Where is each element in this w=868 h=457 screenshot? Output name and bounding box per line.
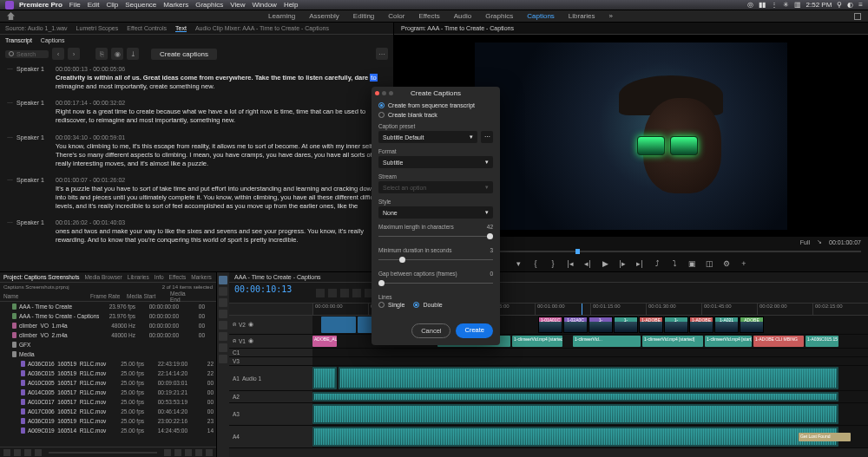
auto-seq-icon[interactable]	[164, 449, 171, 456]
pj-tab-markers[interactable]: Markers	[191, 274, 211, 280]
project-row[interactable]: GFX	[0, 340, 216, 349]
marker-icon[interactable]	[340, 289, 349, 297]
timeline-timecode[interactable]: 00:00:10:13	[234, 284, 307, 294]
project-row[interactable]: A009C019_160514_R1LC.mov25.00 fps14:24:4…	[0, 426, 216, 435]
slip-tool-icon[interactable]	[219, 321, 227, 330]
next-result-icon[interactable]: ›	[68, 48, 80, 60]
razor-tool-icon[interactable]	[219, 310, 227, 318]
project-row[interactable]: A010C017_160517_R1LC.mov25.00 fps00:53:5…	[0, 397, 216, 407]
selection-tool-icon[interactable]	[219, 276, 227, 284]
playhead[interactable]	[582, 304, 582, 315]
timeline-clip[interactable]: ADOBE_AUS	[312, 336, 337, 347]
track-header-a1[interactable]: A1Audio 1	[229, 366, 312, 391]
ws-color[interactable]: Color	[388, 12, 404, 20]
menu-window[interactable]: Window	[252, 1, 276, 9]
maxlen-slider[interactable]	[378, 232, 493, 242]
pj-tab-info[interactable]: Info	[155, 274, 164, 280]
speaker-label[interactable]: Speaker 1	[7, 177, 56, 211]
gap-slider[interactable]	[378, 278, 493, 289]
snap-icon[interactable]	[316, 289, 325, 297]
pen-tool-icon[interactable]	[219, 332, 227, 341]
track-header-v2[interactable]: คV2◉	[229, 316, 312, 334]
share-icon[interactable]	[854, 13, 861, 20]
transcript-row[interactable]: Speaker 1 00:01:26:02 - 00:01:40:03ones …	[7, 219, 386, 245]
menu-view[interactable]: View	[230, 1, 245, 9]
col-end[interactable]: Media End	[170, 291, 196, 303]
freeform-icon[interactable]	[35, 449, 42, 456]
ws-captions[interactable]: Captions	[527, 12, 555, 20]
status-battery-icon[interactable]: ▮▮	[759, 1, 766, 9]
home-icon[interactable]	[7, 12, 15, 20]
menu-graphics[interactable]: Graphics	[195, 1, 223, 9]
transcript-row[interactable]: Speaker 1 00:01:00:07 - 00:01:26:02It's …	[7, 177, 386, 211]
menu-sequence[interactable]: Sequence	[125, 1, 156, 9]
export-frame-icon[interactable]: ▣	[687, 259, 696, 268]
status-wifi-icon[interactable]: ⋮	[771, 1, 778, 9]
lift-icon[interactable]: ⤴	[653, 259, 661, 268]
src-tab-mixer[interactable]: Audio Clip Mixer: AAA - Time to Create -…	[195, 25, 329, 31]
go-in-icon[interactable]: |◂	[566, 259, 575, 268]
src-tab-source[interactable]: Source: Audio 1_1.wav	[5, 25, 68, 31]
track-select-tool-icon[interactable]	[219, 287, 227, 296]
menu-file[interactable]: File	[69, 1, 81, 9]
track-header-c1[interactable]: C1	[229, 349, 312, 356]
radio-double[interactable]: Double	[413, 302, 442, 308]
format-select[interactable]: Subtitle▾	[378, 156, 493, 168]
project-row[interactable]: A036C016_160519_R1LC.mov25.00 fps22:43:1…	[0, 359, 216, 369]
track-header-a3[interactable]: A3	[229, 403, 312, 425]
add-marker-icon[interactable]: ▾	[514, 259, 523, 268]
speaker-label[interactable]: Speaker 1	[7, 219, 56, 245]
step-fwd-icon[interactable]: |▸	[618, 259, 627, 268]
comparison-icon[interactable]: ◫	[705, 259, 713, 268]
project-row[interactable]: AAA - Time to Create23.976 fps00:00:00:0…	[0, 302, 216, 311]
timeline-clip[interactable]: 1-A036C015.15	[806, 336, 838, 347]
sequence-title[interactable]: AAA - Time to Create - Captions	[234, 274, 321, 280]
track-v3[interactable]	[312, 357, 868, 365]
new-bin-icon[interactable]	[185, 449, 192, 456]
radio-single[interactable]: Single	[378, 302, 404, 308]
src-tab-effectctrl[interactable]: Effect Controls	[127, 25, 167, 31]
status-user-icon[interactable]: ◐	[847, 1, 853, 9]
project-row[interactable]: A036C015_160519_R1LC.mov25.00 fps22:14:1…	[0, 369, 216, 378]
timeline-clip[interactable]: 1-climeerVid.mp4 [started]	[512, 336, 562, 347]
project-row[interactable]: climber_VO_1.m4a48000 Hz00:00:00:0000	[0, 321, 216, 330]
project-row[interactable]: A010C005_160517_R1LC.mov25.00 fps00:09:0…	[0, 378, 216, 388]
list-view-icon[interactable]	[14, 449, 21, 456]
status-vol-icon[interactable]: ▥	[794, 1, 801, 9]
col-name[interactable]: Name	[3, 293, 90, 299]
track-a3[interactable]	[312, 403, 868, 425]
transcript-row[interactable]: Speaker 1 00:00:17:14 - 00:00:32:02Right…	[7, 100, 386, 125]
track-a2[interactable]	[312, 391, 868, 402]
go-out-icon[interactable]: ▸|	[635, 259, 644, 268]
menubar-clock[interactable]: 2:52 PM	[806, 1, 832, 9]
link-icon[interactable]	[328, 289, 337, 297]
ws-libraries[interactable]: Libraries	[569, 12, 595, 20]
mindur-slider[interactable]	[378, 255, 493, 265]
pj-tab-project[interactable]: Project: Captions Screenshots	[3, 274, 79, 280]
project-row[interactable]: AAA - Time to Create - Captions23.976 fp…	[0, 311, 216, 321]
prev-result-icon[interactable]: ‹	[52, 48, 64, 60]
speaker-icon[interactable]: ◉	[111, 48, 123, 60]
status-cc-icon[interactable]: ◎	[747, 1, 753, 9]
speaker-label[interactable]: Speaker 1	[7, 134, 56, 168]
zoom-label[interactable]: Full	[800, 239, 810, 245]
track-c1[interactable]	[312, 349, 868, 356]
speaker-label[interactable]: Speaker 1	[7, 66, 56, 91]
transcript-list[interactable]: Speaker 1 00:00:00:13 - 00:00:05:06 Crea…	[0, 62, 393, 271]
radio-blank-track[interactable]: Create blank track	[378, 112, 493, 118]
timeline-clip[interactable]: 1-climeerVid.mp4 [started]	[642, 336, 703, 347]
status-control-icon[interactable]: ≡	[858, 1, 863, 9]
track-header-a4[interactable]: A4	[229, 426, 312, 447]
status-bt-icon[interactable]: ✳	[783, 1, 789, 9]
src-tab-text[interactable]: Text	[175, 25, 187, 32]
track-header-a2[interactable]: A2	[229, 391, 312, 402]
mark-out-icon[interactable]: }	[549, 259, 557, 268]
icon-view-icon[interactable]	[24, 449, 31, 456]
trash-icon[interactable]	[206, 449, 213, 456]
transcript-row[interactable]: Speaker 1 00:00:34:10 - 00:00:59:01You k…	[7, 134, 386, 168]
speaker-label[interactable]: Speaker 1	[7, 100, 56, 125]
timeline-clip[interactable]: 1-climeerVid...	[573, 336, 641, 347]
settings-icon[interactable]	[352, 289, 361, 297]
menu-edit[interactable]: Edit	[88, 1, 100, 9]
settings-icon[interactable]: ⚙	[722, 259, 731, 268]
